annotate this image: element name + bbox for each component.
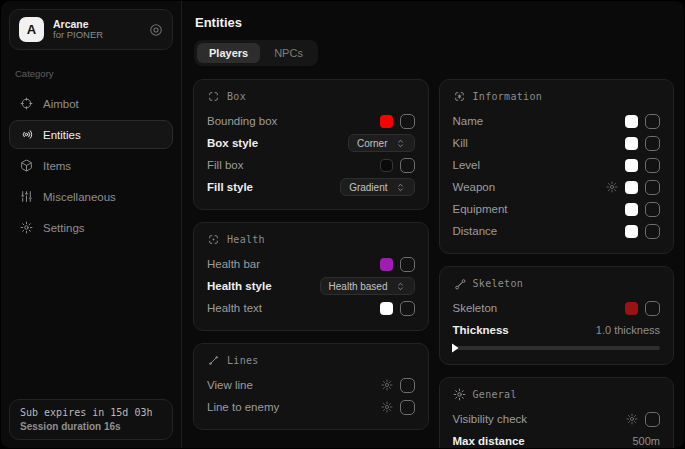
card-title: General — [473, 389, 517, 400]
row-controls — [380, 301, 415, 316]
kill-label: Kill — [453, 137, 626, 149]
max-distance-value: 500m — [632, 435, 660, 447]
sliders-icon — [20, 190, 33, 203]
card-title: Health — [227, 234, 265, 245]
box-style-dropdown[interactable]: Corner — [348, 134, 415, 152]
card-title: Box — [227, 91, 246, 102]
skeleton-checkbox[interactable] — [645, 301, 660, 316]
tab-npcs[interactable]: NPCs — [262, 43, 315, 63]
card-title: Skeleton — [473, 278, 524, 289]
disc-icon[interactable] — [149, 23, 163, 37]
distance-color-swatch[interactable] — [625, 225, 638, 238]
box-card: Box Bounding box Box style Corner Fill b… — [193, 79, 429, 210]
equipment-checkbox[interactable] — [645, 202, 660, 217]
distance-row: Distance — [453, 220, 661, 242]
gear-icon[interactable] — [381, 401, 393, 413]
thickness-slider[interactable] — [453, 346, 661, 350]
skeleton-color-swatch[interactable] — [625, 302, 638, 315]
row-controls — [380, 158, 415, 173]
card-title: Information — [473, 91, 543, 102]
sidebar-item-miscellaneous[interactable]: Miscellaneous — [9, 182, 173, 211]
skeleton-row: Skeleton — [453, 297, 661, 319]
row-controls — [626, 412, 660, 427]
row-controls — [625, 224, 660, 239]
brand-subtitle: for PIONER — [53, 30, 140, 41]
app-window: A Arcane for PIONER Category AimbotEntit… — [0, 0, 685, 449]
health-text-label: Health text — [207, 302, 380, 314]
bounding-box-color-swatch[interactable] — [380, 115, 393, 128]
sidebar-item-label: Miscellaneous — [43, 191, 116, 203]
card-header: Box — [207, 90, 415, 103]
gear-icon[interactable] — [626, 413, 638, 425]
weapon-row: Weapon — [453, 176, 661, 198]
health-style-row: Health style Health based — [207, 275, 415, 297]
cards-column-right: Information Name Kill Level Weapon Equip… — [439, 79, 675, 449]
view-line-checkbox[interactable] — [400, 378, 415, 393]
thickness-label: Thickness — [453, 324, 596, 336]
fill-box-checkbox[interactable] — [400, 158, 415, 173]
health-text-color-swatch[interactable] — [380, 302, 393, 315]
general-card: General Visibility check Max distance 50… — [439, 377, 675, 449]
gear-icon — [453, 388, 466, 401]
fill-style-row: Fill style Gradient — [207, 176, 415, 198]
frame-dot-icon — [207, 233, 220, 246]
skeleton-card: Skeleton Skeleton Thickness 1.0 thicknes… — [439, 266, 675, 365]
fill-style-dropdown[interactable]: Gradient — [340, 178, 414, 196]
dropdown-value: Health based — [329, 281, 388, 292]
skeleton-label: Skeleton — [453, 302, 626, 314]
slider-thumb[interactable] — [452, 343, 459, 353]
info-scan-icon — [453, 90, 466, 103]
gear-icon[interactable] — [606, 181, 618, 193]
row-controls — [625, 301, 660, 316]
equipment-color-swatch[interactable] — [625, 203, 638, 216]
fill-box-color-swatch[interactable] — [380, 159, 393, 172]
weapon-checkbox[interactable] — [645, 180, 660, 195]
entity-type-tabs: PlayersNPCs — [194, 40, 318, 66]
sidebar-item-settings[interactable]: Settings — [9, 213, 173, 242]
row-controls — [381, 378, 415, 393]
sidebar-item-aimbot[interactable]: Aimbot — [9, 89, 173, 118]
gear-icon[interactable] — [381, 379, 393, 391]
sub-expiry-text: Sub expires in 15d 03h — [20, 407, 162, 418]
weapon-label: Weapon — [453, 181, 607, 193]
cards-column-left: Box Bounding box Box style Corner Fill b… — [193, 79, 429, 430]
tab-players[interactable]: Players — [197, 43, 260, 63]
visibility-check-label: Visibility check — [453, 413, 627, 425]
line-to-enemy-checkbox[interactable] — [400, 400, 415, 415]
name-checkbox[interactable] — [645, 114, 660, 129]
health-bar-color-swatch[interactable] — [380, 258, 393, 271]
thickness-slider-block: Thickness 1.0 thickness — [453, 320, 661, 350]
kill-checkbox[interactable] — [645, 136, 660, 151]
weapon-color-swatch[interactable] — [625, 181, 638, 194]
box-style-row: Box style Corner — [207, 132, 415, 154]
health-card: Health Health bar Health style Health ba… — [193, 222, 429, 331]
distance-checkbox[interactable] — [645, 224, 660, 239]
row-controls — [625, 136, 660, 151]
brand-text: Arcane for PIONER — [53, 18, 140, 41]
visibility-check-checkbox[interactable] — [645, 412, 660, 427]
session-duration-text: Session duration 16s — [20, 421, 162, 432]
subscription-info-card: Sub expires in 15d 03h Session duration … — [9, 399, 173, 440]
health-bar-row: Health bar — [207, 253, 415, 275]
sidebar-item-items[interactable]: Items — [9, 151, 173, 180]
row-controls — [380, 114, 415, 129]
sidebar-item-entities[interactable]: Entities — [9, 120, 173, 149]
card-header: Skeleton — [453, 277, 661, 290]
health-bar-checkbox[interactable] — [400, 257, 415, 272]
dropdown-value: Gradient — [349, 182, 387, 193]
level-checkbox[interactable] — [645, 158, 660, 173]
fill-box-label: Fill box — [207, 159, 380, 171]
equipment-label: Equipment — [453, 203, 626, 215]
bounding-box-checkbox[interactable] — [400, 114, 415, 129]
row-controls — [625, 114, 660, 129]
dropdown-value: Corner — [357, 138, 388, 149]
kill-row: Kill — [453, 132, 661, 154]
sidebar-item-label: Settings — [43, 222, 85, 234]
equipment-row: Equipment — [453, 198, 661, 220]
level-color-swatch[interactable] — [625, 159, 638, 172]
health-style-dropdown[interactable]: Health based — [320, 277, 415, 295]
name-color-swatch[interactable] — [625, 115, 638, 128]
bone-icon — [453, 277, 466, 290]
health-text-checkbox[interactable] — [400, 301, 415, 316]
kill-color-swatch[interactable] — [625, 137, 638, 150]
